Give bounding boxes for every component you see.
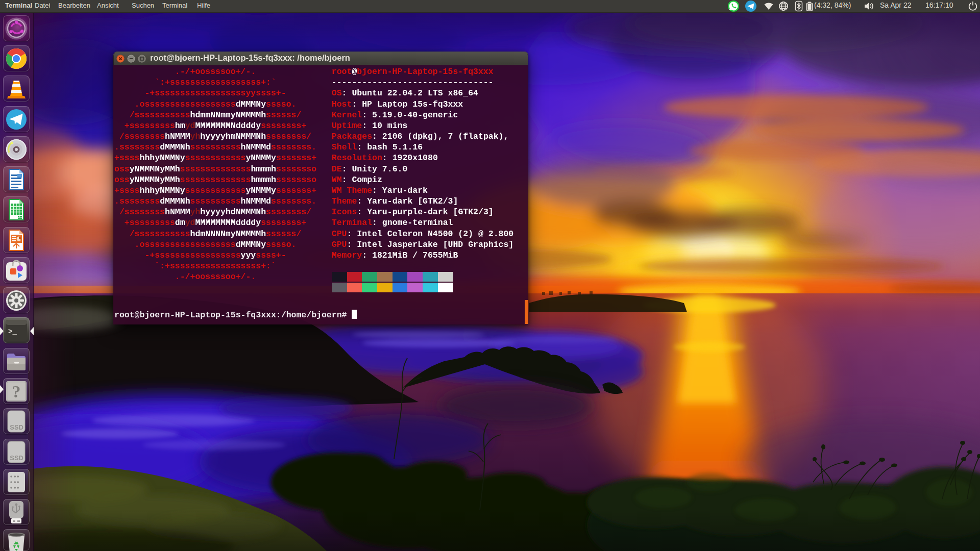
svg-text:>_: >_: [8, 328, 17, 336]
svg-text:?: ?: [12, 382, 21, 401]
svg-text:SSD: SSD: [10, 423, 23, 431]
svg-text:SSD: SSD: [10, 454, 23, 462]
